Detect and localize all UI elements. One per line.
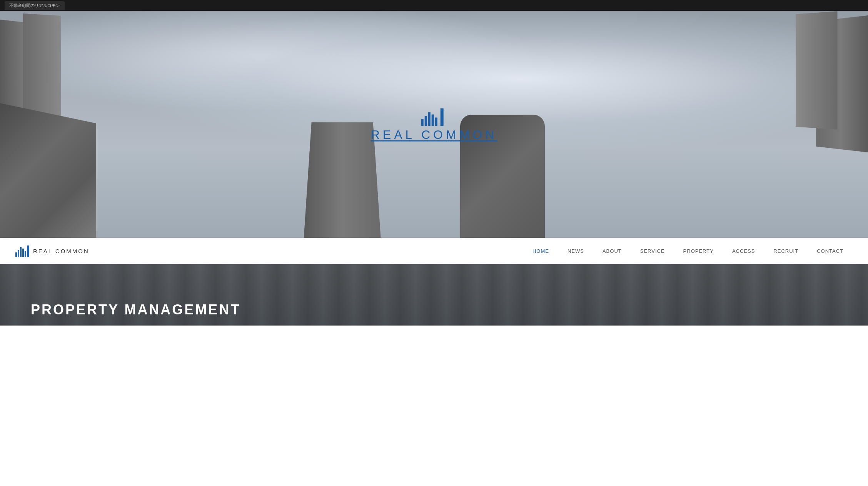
- nav-item-home[interactable]: HOME: [523, 238, 558, 264]
- svg-rect-10: [25, 251, 26, 257]
- svg-rect-4: [435, 118, 437, 126]
- hero-logo-svg: [421, 107, 447, 126]
- navbar: REAL COMMON HOME NEWS ABOUT SERVICE PROP…: [0, 238, 868, 264]
- navbar-nav: HOME NEWS ABOUT SERVICE PROPERTY ACCESS …: [523, 238, 853, 264]
- hero-background: REAL COMMON: [0, 11, 868, 238]
- browser-tab[interactable]: 不動産顧問のリアルコモン: [5, 1, 65, 10]
- nav-item-service[interactable]: SERVICE: [631, 238, 674, 264]
- navbar-logo-icon: [15, 245, 29, 257]
- hero-logo: REAL COMMON: [371, 107, 497, 142]
- building-right-2: [796, 11, 837, 129]
- nav-item-access[interactable]: ACCESS: [723, 238, 764, 264]
- hero-section: REAL COMMON: [0, 11, 868, 238]
- tab-title: 不動産顧問のリアルコモン: [9, 3, 60, 8]
- building-center-left: [304, 122, 381, 238]
- navbar-logo-svg: [15, 245, 29, 257]
- svg-rect-9: [22, 249, 24, 257]
- nav-item-recruit[interactable]: RECRUIT: [764, 238, 808, 264]
- svg-rect-7: [18, 250, 19, 257]
- building-left-3: [0, 103, 96, 238]
- svg-rect-1: [425, 116, 427, 126]
- svg-rect-3: [432, 115, 434, 126]
- bottom-background: PROPERTY MANAGEMENT: [0, 264, 868, 326]
- svg-rect-8: [20, 247, 22, 257]
- svg-rect-5: [441, 109, 444, 126]
- svg-rect-0: [421, 119, 424, 126]
- hero-logo-text: REAL COMMON: [371, 128, 497, 142]
- bottom-section: PROPERTY MANAGEMENT: [0, 264, 868, 326]
- property-management-heading: PROPERTY MANAGEMENT: [31, 302, 240, 318]
- browser-tab-bar: 不動産顧問のリアルコモン: [0, 0, 868, 11]
- navbar-logo[interactable]: REAL COMMON: [15, 245, 89, 257]
- navbar-logo-text: REAL COMMON: [33, 248, 89, 254]
- svg-rect-11: [27, 246, 29, 257]
- svg-rect-6: [15, 252, 17, 257]
- building-left-2: [23, 13, 61, 124]
- svg-rect-2: [428, 112, 431, 126]
- hero-logo-icon: [421, 107, 447, 126]
- nav-item-property[interactable]: PROPERTY: [674, 238, 723, 264]
- nav-item-contact[interactable]: CONTACT: [808, 238, 853, 264]
- nav-item-news[interactable]: NEWS: [558, 238, 593, 264]
- nav-item-about[interactable]: ABOUT: [593, 238, 631, 264]
